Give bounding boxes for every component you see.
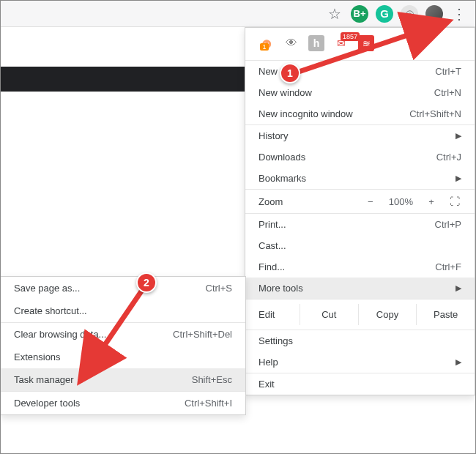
menu-edit-row: Edit Cut Copy Paste xyxy=(245,299,475,330)
menu-history[interactable]: History ▶ xyxy=(245,125,475,146)
submenu-arrow-icon: ▶ xyxy=(455,131,461,141)
grammarly-extension-icon[interactable]: G xyxy=(376,5,393,23)
menu-downloads[interactable]: Downloads Ctrl+J xyxy=(245,146,475,168)
menu-incognito[interactable]: New incognito window Ctrl+Shift+N xyxy=(245,103,475,124)
edit-paste-button[interactable]: Paste xyxy=(417,304,475,325)
page-dark-band xyxy=(1,67,246,92)
more-tools-submenu: Save page as... Ctrl+S Create shortcut..… xyxy=(0,276,246,415)
gmail-icon[interactable]: ✉1857 xyxy=(333,35,349,51)
zoom-in-button[interactable]: + xyxy=(426,196,436,207)
profile-avatar[interactable] xyxy=(425,5,443,23)
menu-cast[interactable]: Cast... xyxy=(245,235,475,256)
menu-shortcut: Ctrl+F xyxy=(435,261,461,272)
edit-copy-button[interactable]: Copy xyxy=(359,304,417,325)
chrome-menu: ☻1 👁 h ✉1857 ≋ New tab Ctrl+T New window… xyxy=(245,27,475,395)
submenu-extensions[interactable]: Extensions xyxy=(1,346,245,368)
submenu-label: Extensions xyxy=(14,351,61,362)
ghostery-icon[interactable]: ☻1 xyxy=(259,35,275,51)
menu-label: Settings xyxy=(259,335,293,346)
menu-label: Bookmarks xyxy=(259,173,306,184)
submenu-label: Save page as... xyxy=(14,283,80,294)
fullscreen-icon[interactable]: ⛶ xyxy=(450,196,461,207)
menu-shortcut: Ctrl+N xyxy=(434,87,461,98)
h-extension-icon[interactable]: h xyxy=(308,35,324,51)
menu-label: History xyxy=(259,130,288,141)
menu-shortcut: Ctrl+T xyxy=(435,66,461,77)
menu-shortcut: Ctrl+J xyxy=(436,152,461,163)
zoom-value: 100% xyxy=(389,196,413,207)
edit-label: Edit xyxy=(259,309,300,320)
zoom-out-button[interactable]: − xyxy=(365,196,376,207)
submenu-label: Create shortcut... xyxy=(14,305,87,316)
menu-label: Help xyxy=(259,357,278,368)
submenu-create-shortcut[interactable]: Create shortcut... xyxy=(1,299,245,322)
menu-new-window[interactable]: New window Ctrl+N xyxy=(245,82,475,103)
menu-label: New window xyxy=(259,87,312,98)
menu-shortcut: Ctrl+P xyxy=(435,219,461,230)
menu-label: Print... xyxy=(259,219,286,230)
edit-cut-button[interactable]: Cut xyxy=(300,304,359,325)
menu-label: New tab xyxy=(259,66,294,77)
submenu-shortcut: Ctrl+S xyxy=(206,283,232,294)
submenu-shortcut: Ctrl+Shift+Del xyxy=(173,329,232,340)
menu-zoom: Zoom − 100% + ⛶ xyxy=(245,190,475,213)
menu-new-tab[interactable]: New tab Ctrl+T xyxy=(245,61,475,82)
extension-icon[interactable]: ◎ xyxy=(401,5,418,23)
privacy-eye-icon[interactable]: 👁 xyxy=(283,35,300,51)
menu-find[interactable]: Find... Ctrl+F xyxy=(245,256,475,278)
submenu-task-manager[interactable]: Task manager Shift+Esc xyxy=(1,368,245,391)
menu-label: New incognito window xyxy=(259,108,353,119)
extension-shelf: ☻1 👁 h ✉1857 ≋ xyxy=(245,28,475,61)
browser-toolbar: ☆ B+ G ◎ ⋮ xyxy=(1,1,475,27)
rss-icon[interactable]: ≋ xyxy=(358,35,374,51)
submenu-label: Developer tools xyxy=(14,398,80,409)
bplus-extension-icon[interactable]: B+ xyxy=(351,5,368,23)
submenu-label: Clear browsing data... xyxy=(14,329,106,340)
submenu-dev-tools[interactable]: Developer tools Ctrl+Shift+I xyxy=(1,392,245,414)
menu-settings[interactable]: Settings xyxy=(245,330,475,351)
submenu-arrow-icon: ▶ xyxy=(455,174,461,183)
zoom-label: Zoom xyxy=(259,196,283,207)
submenu-shortcut: Shift+Esc xyxy=(192,374,232,385)
menu-print[interactable]: Print... Ctrl+P xyxy=(245,214,475,235)
star-icon[interactable]: ☆ xyxy=(326,5,343,23)
submenu-save-page[interactable]: Save page as... Ctrl+S xyxy=(1,277,245,299)
menu-label: Cast... xyxy=(259,240,286,251)
menu-bookmarks[interactable]: Bookmarks ▶ xyxy=(245,168,475,189)
menu-label: More tools xyxy=(259,283,303,294)
menu-label: Downloads xyxy=(259,152,305,163)
menu-help[interactable]: Help ▶ xyxy=(245,351,475,373)
menu-label: Exit xyxy=(259,379,275,390)
menu-label: Find... xyxy=(259,261,285,272)
menu-more-tools[interactable]: More tools ▶ xyxy=(245,278,475,299)
menu-exit[interactable]: Exit xyxy=(245,373,475,395)
submenu-arrow-icon: ▶ xyxy=(455,283,461,293)
gmail-badge: 1857 xyxy=(341,32,360,41)
submenu-shortcut: Ctrl+Shift+I xyxy=(185,398,232,409)
submenu-label: Task manager xyxy=(14,374,74,385)
menu-shortcut: Ctrl+Shift+N xyxy=(409,108,461,119)
chrome-menu-button[interactable]: ⋮ xyxy=(450,5,468,23)
submenu-clear-data[interactable]: Clear browsing data... Ctrl+Shift+Del xyxy=(1,323,245,346)
submenu-arrow-icon: ▶ xyxy=(455,357,461,367)
